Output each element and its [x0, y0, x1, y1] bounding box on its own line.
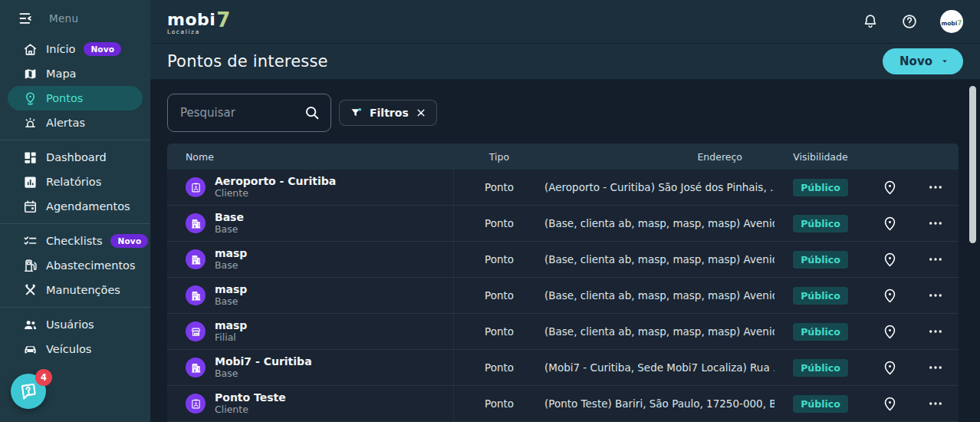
tipo-cell: Ponto — [454, 325, 544, 338]
sidebar-nav: InícioNovoMapaPontosAlertasDashboardRela… — [0, 37, 150, 361]
sidebar-item-label: Início — [46, 43, 75, 55]
name-cell: Ponto TesteCliente — [167, 386, 454, 421]
tipo-cell: Ponto — [454, 289, 544, 302]
sidebar-item-pontos[interactable]: Pontos — [8, 86, 143, 110]
table-row[interactable]: BaseBasePonto(Base, clienta ab, masp, ma… — [167, 206, 959, 242]
filters-chip[interactable]: Filtros — [339, 100, 437, 126]
pin-icon — [23, 91, 38, 106]
endereco-cell: (Aeroporto - Curitiba) São José dos Pinh… — [544, 181, 774, 193]
building-icon — [190, 254, 202, 265]
locate-on-map-button[interactable] — [867, 288, 913, 304]
search-icon[interactable] — [304, 104, 321, 121]
sidebar-item-checklists[interactable]: ChecklistsNovo — [8, 229, 143, 253]
ellipsis-icon — [928, 324, 943, 339]
vertical-scrollbar-thumb[interactable] — [969, 86, 976, 243]
sidebar-item-label: Alertas — [46, 117, 85, 129]
endereco-cell: (Base, clienta ab, masp, masp, masp) Ave… — [544, 253, 774, 265]
table-row[interactable]: Mobi7 - CuritibaBasePonto(Mobi7 - Curiti… — [167, 350, 959, 386]
point-category: Cliente — [215, 404, 286, 415]
tools-icon — [23, 283, 38, 298]
store-icon — [190, 326, 202, 338]
sidebar-item-label: Mapa — [46, 68, 77, 80]
novo-badge: Novo — [84, 42, 121, 56]
user-avatar[interactable]: mobi7 — [940, 10, 963, 33]
users-icon — [23, 318, 38, 332]
point-category: Cliente — [215, 188, 336, 199]
column-header-nome: Nome — [167, 151, 454, 163]
sidebar-item-label: Manutenções — [46, 284, 120, 296]
notifications-bell-icon[interactable] — [862, 13, 879, 30]
endereco-cell: (Base, clienta ab, masp, masp, masp) Ave… — [544, 289, 774, 302]
row-menu-button[interactable] — [913, 396, 959, 411]
row-menu-button[interactable] — [913, 252, 959, 267]
sidebar-item-usuarios[interactable]: Usuários — [8, 312, 143, 337]
building-icon — [190, 290, 202, 302]
point-name: masp — [215, 319, 247, 331]
visibility-badge: Público — [793, 323, 848, 341]
locate-on-map-button[interactable] — [867, 216, 913, 232]
sidebar-divider — [0, 223, 150, 224]
alert-icon — [23, 116, 38, 130]
sidebar-item-label: Veículos — [46, 343, 91, 355]
tipo-cell: Ponto — [454, 181, 544, 193]
visibilidade-cell: Público — [774, 395, 867, 413]
sidebar-item-alertas[interactable]: Alertas — [8, 110, 143, 135]
point-category: Filial — [215, 332, 247, 343]
pin-outline-icon — [882, 216, 898, 232]
pin-outline-icon — [882, 252, 898, 268]
sidebar: Menu InícioNovoMapaPontosAlertasDashboar… — [0, 0, 150, 422]
help-fab-button[interactable]: 4 — [11, 374, 46, 409]
home-icon — [23, 42, 38, 57]
locate-on-map-button[interactable] — [867, 180, 913, 196]
sidebar-item-abastecimentos[interactable]: Abastecimentos — [8, 253, 143, 278]
sidebar-item-veiculos[interactable]: Veículos — [8, 337, 143, 361]
locate-on-map-button[interactable] — [867, 360, 913, 376]
help-circle-icon[interactable] — [901, 13, 918, 30]
building-icon — [190, 218, 202, 229]
report-icon — [23, 175, 38, 190]
row-menu-button[interactable] — [913, 180, 959, 195]
ellipsis-icon — [928, 288, 943, 303]
endereco-cell: (Mobi7 - Curitiba, Sede Mobi7 Localiza) … — [544, 361, 774, 374]
avatar-logo-accent: 7 — [957, 19, 962, 27]
visibilidade-cell: Público — [774, 179, 867, 196]
name-cell: maspFilial — [167, 314, 454, 349]
row-menu-button[interactable] — [913, 324, 959, 339]
sidebar-item-label: Dashboard — [46, 151, 107, 163]
app-logo[interactable]: mobi 7 Localiza — [167, 8, 230, 35]
table-row[interactable]: maspBasePonto(Base, clienta ab, masp, ma… — [167, 242, 959, 278]
chat-question-icon — [18, 381, 38, 401]
endereco-cell: (Ponto Teste) Bariri, São Paulo, 17250-0… — [544, 397, 774, 410]
visibility-badge: Público — [793, 395, 848, 413]
sidebar-item-manutencoes[interactable]: Manutenções — [8, 278, 143, 302]
pin-outline-icon — [882, 360, 898, 376]
locate-on-map-button[interactable] — [867, 324, 913, 340]
row-menu-button[interactable] — [913, 288, 959, 303]
point-name: Ponto Teste — [215, 391, 286, 404]
chevron-down-icon — [940, 57, 949, 66]
sidebar-divider — [0, 140, 150, 140]
table-row[interactable]: maspFilialPonto(Base, clienta ab, masp, … — [167, 314, 959, 350]
new-button[interactable]: Novo — [883, 48, 963, 74]
sidebar-item-mapa[interactable]: Mapa — [8, 61, 143, 86]
ellipsis-icon — [928, 180, 943, 195]
sidebar-item-label: Pontos — [46, 92, 83, 104]
hamburger-collapse-icon[interactable] — [18, 11, 34, 26]
sidebar-item-agendamentos[interactable]: Agendamentos — [8, 194, 143, 219]
title-band: Pontos de interesse Novo — [150, 44, 980, 80]
clear-filters-icon[interactable] — [416, 107, 426, 118]
table-row[interactable]: maspBasePonto(Base, clienta ab, masp, ma… — [167, 278, 959, 314]
table-row[interactable]: Aeroporto - CuritibaClientePonto(Aeropor… — [167, 170, 959, 206]
row-menu-button[interactable] — [913, 216, 959, 231]
row-menu-button[interactable] — [913, 360, 959, 375]
map-icon — [23, 67, 38, 81]
new-button-label: Novo — [899, 54, 932, 68]
sidebar-item-inicio[interactable]: InícioNovo — [8, 37, 143, 61]
locate-on-map-button[interactable] — [867, 396, 913, 412]
table-row[interactable]: Ponto TesteClientePonto(Ponto Teste) Bar… — [167, 386, 959, 422]
menu-toggle[interactable]: Menu — [0, 0, 150, 37]
sidebar-item-relatorios[interactable]: Relatórios — [8, 170, 143, 194]
sidebar-item-dashboard[interactable]: Dashboard — [8, 145, 143, 170]
locate-on-map-button[interactable] — [867, 252, 913, 268]
name-cell: maspBase — [167, 278, 454, 313]
